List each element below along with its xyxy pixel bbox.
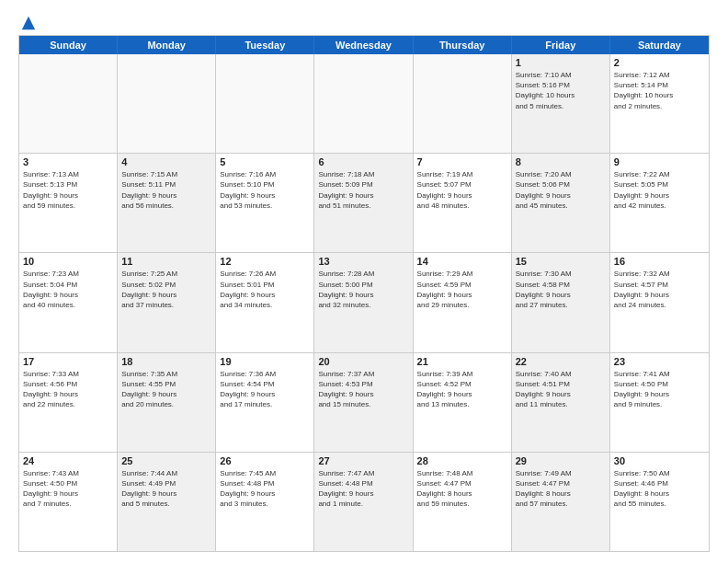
day-number: 11 — [121, 256, 211, 267]
calendar-row-3: 10Sunrise: 7:23 AM Sunset: 5:04 PM Dayli… — [19, 253, 709, 352]
calendar-cell-28: 28Sunrise: 7:48 AM Sunset: 4:47 PM Dayli… — [414, 453, 512, 551]
day-number: 7 — [417, 156, 507, 167]
day-number: 3 — [23, 156, 113, 167]
day-number: 30 — [614, 455, 705, 466]
calendar-cell-19: 19Sunrise: 7:36 AM Sunset: 4:54 PM Dayli… — [216, 353, 314, 452]
day-number: 24 — [23, 455, 113, 466]
calendar-cell-empty-3 — [314, 54, 413, 153]
calendar-cell-empty-2 — [216, 54, 314, 153]
day-info: Sunrise: 7:10 AM Sunset: 5:16 PM Dayligh… — [516, 70, 606, 111]
day-info: Sunrise: 7:50 AM Sunset: 4:46 PM Dayligh… — [614, 468, 705, 510]
calendar-cell-empty-0 — [19, 54, 118, 153]
day-info: Sunrise: 7:45 AM Sunset: 4:48 PM Dayligh… — [220, 468, 310, 510]
day-info: Sunrise: 7:48 AM Sunset: 4:47 PM Dayligh… — [417, 468, 507, 510]
calendar-row-5: 24Sunrise: 7:43 AM Sunset: 4:50 PM Dayli… — [19, 453, 709, 551]
day-number: 27 — [318, 455, 408, 466]
calendar-cell-15: 15Sunrise: 7:30 AM Sunset: 4:58 PM Dayli… — [512, 253, 610, 351]
calendar-cell-5: 5Sunrise: 7:16 AM Sunset: 5:10 PM Daylig… — [216, 154, 314, 252]
calendar-cell-23: 23Sunrise: 7:41 AM Sunset: 4:50 PM Dayli… — [610, 353, 709, 452]
day-info: Sunrise: 7:44 AM Sunset: 4:49 PM Dayligh… — [121, 468, 211, 510]
calendar-row-2: 3Sunrise: 7:13 AM Sunset: 5:13 PM Daylig… — [19, 154, 709, 253]
calendar-cell-7: 7Sunrise: 7:19 AM Sunset: 5:07 PM Daylig… — [414, 154, 512, 252]
day-number: 6 — [318, 156, 408, 167]
calendar-row-1: 1Sunrise: 7:10 AM Sunset: 5:16 PM Daylig… — [19, 54, 709, 154]
day-number: 23 — [614, 356, 705, 367]
day-number: 21 — [417, 356, 507, 367]
day-info: Sunrise: 7:19 AM Sunset: 5:07 PM Dayligh… — [417, 169, 507, 211]
day-info: Sunrise: 7:13 AM Sunset: 5:13 PM Dayligh… — [23, 169, 113, 211]
day-number: 28 — [417, 455, 507, 466]
day-info: Sunrise: 7:18 AM Sunset: 5:09 PM Dayligh… — [318, 169, 408, 211]
calendar-cell-22: 22Sunrise: 7:40 AM Sunset: 4:51 PM Dayli… — [512, 353, 610, 452]
day-number: 4 — [121, 156, 211, 167]
day-number: 14 — [417, 256, 507, 267]
calendar-cell-empty-1 — [118, 54, 216, 153]
day-number: 12 — [220, 256, 310, 267]
day-info: Sunrise: 7:22 AM Sunset: 5:05 PM Dayligh… — [614, 169, 705, 211]
calendar-cell-3: 3Sunrise: 7:13 AM Sunset: 5:13 PM Daylig… — [19, 154, 118, 252]
header-day-thursday: Thursday — [414, 36, 512, 54]
svg-marker-0 — [22, 17, 35, 29]
header-day-saturday: Saturday — [610, 36, 709, 54]
day-info: Sunrise: 7:25 AM Sunset: 5:02 PM Dayligh… — [121, 269, 211, 310]
calendar-cell-16: 16Sunrise: 7:32 AM Sunset: 4:57 PM Dayli… — [610, 253, 709, 351]
header-day-wednesday: Wednesday — [314, 36, 413, 54]
day-info: Sunrise: 7:23 AM Sunset: 5:04 PM Dayligh… — [23, 269, 113, 310]
day-number: 13 — [318, 256, 408, 267]
logo — [18, 15, 37, 26]
day-number: 2 — [614, 57, 705, 68]
calendar-cell-30: 30Sunrise: 7:50 AM Sunset: 4:46 PM Dayli… — [610, 453, 709, 551]
calendar-cell-17: 17Sunrise: 7:33 AM Sunset: 4:56 PM Dayli… — [19, 353, 118, 452]
day-number: 19 — [220, 356, 310, 367]
calendar-cell-empty-4 — [414, 54, 512, 153]
calendar-body: 1Sunrise: 7:10 AM Sunset: 5:16 PM Daylig… — [19, 54, 709, 551]
header-day-monday: Monday — [118, 36, 216, 54]
calendar-cell-6: 6Sunrise: 7:18 AM Sunset: 5:09 PM Daylig… — [314, 154, 413, 252]
day-info: Sunrise: 7:41 AM Sunset: 4:50 PM Dayligh… — [614, 369, 705, 410]
day-number: 17 — [23, 356, 113, 367]
calendar-cell-13: 13Sunrise: 7:28 AM Sunset: 5:00 PM Dayli… — [314, 253, 413, 351]
calendar-cell-1: 1Sunrise: 7:10 AM Sunset: 5:16 PM Daylig… — [512, 54, 610, 153]
day-number: 22 — [516, 356, 606, 367]
calendar-cell-8: 8Sunrise: 7:20 AM Sunset: 5:06 PM Daylig… — [512, 154, 610, 252]
day-info: Sunrise: 7:39 AM Sunset: 4:52 PM Dayligh… — [417, 369, 507, 410]
day-number: 16 — [614, 256, 705, 267]
day-info: Sunrise: 7:30 AM Sunset: 4:58 PM Dayligh… — [516, 269, 606, 310]
calendar-cell-2: 2Sunrise: 7:12 AM Sunset: 5:14 PM Daylig… — [610, 54, 709, 153]
calendar-cell-11: 11Sunrise: 7:25 AM Sunset: 5:02 PM Dayli… — [118, 253, 216, 351]
logo-icon — [20, 15, 37, 31]
calendar-cell-27: 27Sunrise: 7:47 AM Sunset: 4:48 PM Dayli… — [314, 453, 413, 551]
day-info: Sunrise: 7:12 AM Sunset: 5:14 PM Dayligh… — [614, 70, 705, 111]
logo-text — [18, 15, 37, 31]
day-info: Sunrise: 7:43 AM Sunset: 4:50 PM Dayligh… — [23, 468, 113, 510]
day-info: Sunrise: 7:40 AM Sunset: 4:51 PM Dayligh… — [516, 369, 606, 410]
day-number: 8 — [516, 156, 606, 167]
day-info: Sunrise: 7:20 AM Sunset: 5:06 PM Dayligh… — [516, 169, 606, 211]
day-info: Sunrise: 7:35 AM Sunset: 4:55 PM Dayligh… — [121, 369, 211, 410]
calendar-cell-9: 9Sunrise: 7:22 AM Sunset: 5:05 PM Daylig… — [610, 154, 709, 252]
calendar: SundayMondayTuesdayWednesdayThursdayFrid… — [18, 35, 710, 552]
calendar-cell-10: 10Sunrise: 7:23 AM Sunset: 5:04 PM Dayli… — [19, 253, 118, 351]
calendar-row-4: 17Sunrise: 7:33 AM Sunset: 4:56 PM Dayli… — [19, 353, 709, 453]
day-info: Sunrise: 7:15 AM Sunset: 5:11 PM Dayligh… — [121, 169, 211, 211]
day-info: Sunrise: 7:36 AM Sunset: 4:54 PM Dayligh… — [220, 369, 310, 410]
day-info: Sunrise: 7:16 AM Sunset: 5:10 PM Dayligh… — [220, 169, 310, 211]
page: SundayMondayTuesdayWednesdayThursdayFrid… — [0, 0, 728, 563]
calendar-cell-12: 12Sunrise: 7:26 AM Sunset: 5:01 PM Dayli… — [216, 253, 314, 351]
calendar-cell-14: 14Sunrise: 7:29 AM Sunset: 4:59 PM Dayli… — [414, 253, 512, 351]
day-number: 9 — [614, 156, 705, 167]
calendar-cell-21: 21Sunrise: 7:39 AM Sunset: 4:52 PM Dayli… — [414, 353, 512, 452]
calendar-cell-4: 4Sunrise: 7:15 AM Sunset: 5:11 PM Daylig… — [118, 154, 216, 252]
day-number: 29 — [516, 455, 606, 466]
day-number: 1 — [516, 57, 606, 68]
header-day-sunday: Sunday — [19, 36, 118, 54]
day-number: 25 — [121, 455, 211, 466]
calendar-cell-18: 18Sunrise: 7:35 AM Sunset: 4:55 PM Dayli… — [118, 353, 216, 452]
day-info: Sunrise: 7:29 AM Sunset: 4:59 PM Dayligh… — [417, 269, 507, 310]
calendar-header: SundayMondayTuesdayWednesdayThursdayFrid… — [19, 36, 709, 54]
header-day-tuesday: Tuesday — [216, 36, 314, 54]
day-number: 5 — [220, 156, 310, 167]
day-number: 18 — [121, 356, 211, 367]
calendar-cell-25: 25Sunrise: 7:44 AM Sunset: 4:49 PM Dayli… — [118, 453, 216, 551]
header — [18, 15, 710, 26]
